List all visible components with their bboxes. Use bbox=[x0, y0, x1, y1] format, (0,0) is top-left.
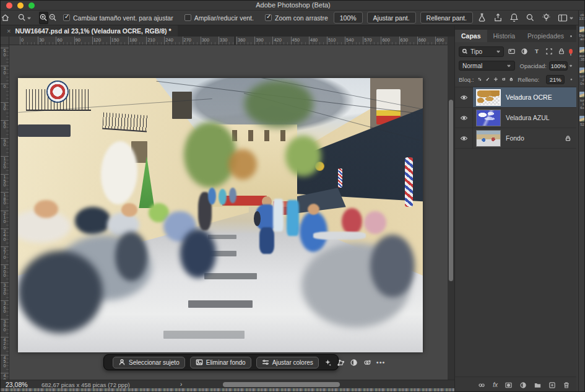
tab-capas[interactable]: Capas bbox=[455, 30, 487, 42]
home-button[interactable] bbox=[1, 12, 10, 24]
close-tab-icon[interactable]: × bbox=[7, 28, 11, 35]
library-thumbnail[interactable] bbox=[579, 92, 585, 97]
sparkle-icon bbox=[324, 359, 332, 367]
filter-shape-layers-icon[interactable] bbox=[545, 48, 553, 55]
checkbox-checked-icon[interactable] bbox=[265, 14, 272, 21]
layer-thumbnail[interactable] bbox=[476, 110, 501, 126]
select-subject-button[interactable]: Seleccionar sujeto bbox=[113, 357, 185, 368]
library-thumbnail[interactable] bbox=[579, 68, 585, 73]
layer-name[interactable]: Veladura OCRE bbox=[506, 94, 552, 101]
library-dock-item[interactable]: Dipl an bbox=[579, 27, 585, 41]
filters-icon-button[interactable] bbox=[363, 359, 371, 367]
checkbox-checked-icon[interactable] bbox=[63, 14, 70, 21]
vertical-scrollbar-thumb[interactable] bbox=[449, 100, 453, 281]
layer-visibility-toggle[interactable] bbox=[455, 128, 473, 148]
zoom-100-button[interactable]: 100% bbox=[334, 12, 363, 24]
more-options-button[interactable]: ••• bbox=[376, 359, 386, 366]
search-icon[interactable] bbox=[526, 13, 535, 22]
layer-visibility-toggle[interactable] bbox=[455, 87, 473, 107]
library-thumbnail[interactable] bbox=[579, 47, 585, 53]
layer-row-veladura-azul[interactable]: Veladura AZUL bbox=[455, 108, 576, 128]
blend-mode-select[interactable]: Normal bbox=[459, 61, 515, 71]
lock-position-move-icon[interactable] bbox=[494, 76, 498, 83]
zoom-in-button[interactable] bbox=[39, 12, 48, 24]
library-dock-item[interactable]: ck 133 bbox=[579, 13, 585, 20]
discover-lightbulb-icon[interactable] bbox=[542, 13, 551, 22]
new-layer-icon[interactable] bbox=[548, 381, 556, 389]
option-checkbox-0[interactable]: Cambiar tamaño vent. para ajustar bbox=[63, 14, 173, 22]
remove-background-button[interactable]: Eliminar fondo bbox=[190, 357, 251, 368]
filter-type-select[interactable]: Tipo bbox=[459, 46, 504, 57]
transform-icon-button[interactable] bbox=[337, 359, 345, 367]
layer-row-veladura-ocre[interactable]: Veladura OCRE bbox=[455, 87, 576, 108]
layer-thumbnail[interactable] bbox=[476, 89, 501, 106]
adjustment-layer-icon[interactable] bbox=[519, 381, 527, 389]
link-layers-icon[interactable] bbox=[477, 381, 486, 389]
fit-screen-button[interactable]: Ajustar pant. bbox=[367, 12, 416, 24]
horizontal-scrollbar-thumb[interactable] bbox=[223, 382, 340, 387]
notifications-bell-icon[interactable] bbox=[509, 13, 519, 22]
tab-propiedades[interactable]: Propiedades bbox=[521, 30, 570, 42]
filter-type-layers-icon[interactable]: T bbox=[533, 48, 540, 55]
filter-toggle-pin[interactable] bbox=[569, 49, 573, 54]
opacity-value[interactable]: 100% bbox=[549, 61, 568, 71]
ruler-origin[interactable] bbox=[1, 37, 9, 45]
horizontal-ruler[interactable]: 0306090120150180210240270300330360390420… bbox=[9, 37, 448, 45]
tab-historia[interactable]: Historia bbox=[487, 30, 522, 42]
library-dock-item[interactable]: ave .35 bbox=[579, 47, 585, 61]
chevron-down-icon bbox=[506, 63, 511, 68]
adjust-colors-button[interactable]: Ajustar colores bbox=[256, 357, 319, 368]
layer-locked-icon[interactable] bbox=[565, 135, 571, 142]
panel-menu-icon[interactable] bbox=[570, 32, 572, 40]
library-dock-item[interactable]: tun ..2 0x bbox=[579, 68, 585, 85]
document-tab[interactable]: × NUW16647.psd al 23,1% (Veladura OCRE, … bbox=[1, 25, 178, 37]
library-thumbnail[interactable] bbox=[579, 116, 585, 121]
lock-paint-brush-icon[interactable] bbox=[486, 76, 490, 83]
h-ruler-label: 60 bbox=[57, 37, 62, 43]
layer-visibility-eye-icon[interactable] bbox=[460, 94, 468, 102]
libraries-dock-strip[interactable]: ck 133Dipl anave .35tun ..2 0xtur ..1 6x… bbox=[578, 11, 585, 392]
layer-thumbnail[interactable] bbox=[476, 130, 501, 147]
lock-transparency-icon[interactable] bbox=[478, 76, 482, 83]
option-checkbox-2[interactable]: Zoom con arrastre bbox=[265, 14, 328, 22]
zoom-out-button[interactable] bbox=[48, 12, 58, 24]
v-ruler-label: 4 8 0 bbox=[1, 374, 9, 380]
vertical-ruler[interactable]: 6 03 003 06 09 01 2 01 5 01 8 02 1 02 4 … bbox=[1, 45, 9, 380]
generative-sparkle-icon[interactable] bbox=[324, 359, 332, 367]
layer-visibility-toggle[interactable] bbox=[455, 108, 473, 128]
library-dock-item[interactable]: tur ..1 6x bbox=[579, 92, 585, 110]
fill-value[interactable]: 21% bbox=[546, 75, 565, 84]
lock-artboard-icon[interactable] bbox=[502, 76, 506, 83]
chevron-down-icon[interactable] bbox=[569, 63, 573, 68]
layer-effects-icon[interactable]: fx bbox=[493, 381, 498, 388]
h-ruler-label: 420 bbox=[274, 37, 282, 43]
zoom-tool-button[interactable] bbox=[17, 12, 32, 24]
layer-visibility-eye-icon[interactable] bbox=[460, 134, 468, 142]
library-dock-item[interactable]: 52 bbox=[579, 116, 585, 126]
canvas-pasteboard[interactable]: Seleccionar sujeto Eliminar fondo Ajusta… bbox=[9, 45, 448, 380]
chevron-down-icon[interactable] bbox=[570, 77, 573, 82]
adjustment-icon-button[interactable] bbox=[350, 359, 358, 367]
status-zoom-field[interactable]: 23,08% bbox=[6, 381, 28, 388]
status-chevron-icon[interactable]: › bbox=[180, 381, 182, 388]
layer-row-fondo[interactable]: Fondo bbox=[455, 128, 576, 149]
share-icon[interactable] bbox=[493, 13, 503, 22]
filter-smart-objects-icon[interactable] bbox=[558, 48, 565, 55]
filter-pixel-layers-icon[interactable] bbox=[508, 48, 516, 55]
workspace-switcher[interactable] bbox=[558, 14, 574, 22]
checkbox-unchecked-icon[interactable] bbox=[184, 14, 191, 21]
vertical-scrollbar[interactable] bbox=[448, 45, 454, 380]
fill-screen-button[interactable]: Rellenar pant. bbox=[420, 12, 473, 24]
new-group-folder-icon[interactable] bbox=[534, 381, 542, 389]
layer-name[interactable]: Fondo bbox=[506, 134, 524, 142]
layer-visibility-eye-icon[interactable] bbox=[460, 114, 468, 122]
filter-adjustment-layers-icon[interactable] bbox=[521, 48, 528, 55]
add-mask-icon[interactable] bbox=[505, 381, 513, 389]
layer-name[interactable]: Veladura AZUL bbox=[506, 114, 550, 121]
option-checkbox-1[interactable]: Ampliar/reducir vent. bbox=[184, 14, 254, 22]
delete-layer-trash-icon[interactable] bbox=[563, 381, 570, 389]
lock-all-icon[interactable] bbox=[509, 76, 513, 83]
canvas-photo[interactable] bbox=[18, 78, 423, 352]
library-thumbnail[interactable] bbox=[579, 27, 585, 32]
beta-flask-icon[interactable] bbox=[477, 13, 487, 22]
